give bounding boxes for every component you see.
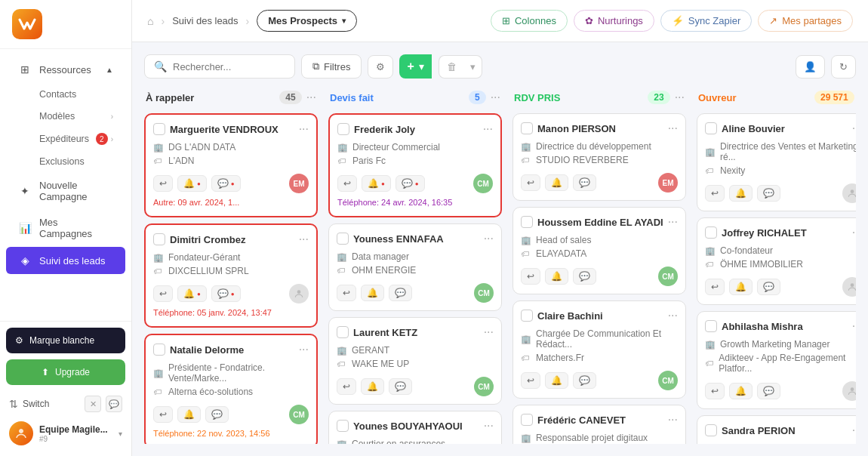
card-menu-button[interactable]: ··· xyxy=(299,343,309,356)
card-action-reply[interactable]: ↩ xyxy=(705,383,725,399)
column-more-button[interactable]: ··· xyxy=(675,91,685,104)
card[interactable]: Frédéric CANEVET···🏢Responsable projet d… xyxy=(512,405,686,444)
card-action-chat[interactable]: 💬 xyxy=(389,285,412,301)
mes-partages-button[interactable]: ↗ Mes partages xyxy=(758,10,853,32)
card-action-bell-active[interactable]: 🔔● xyxy=(177,175,207,192)
user-settings-button[interactable]: 👤 xyxy=(796,55,825,79)
card-action-chat-active[interactable]: 💬● xyxy=(211,285,241,302)
card[interactable]: Dimitri Crombez···🏢Fondateur-Gérant🏷DIXC… xyxy=(144,223,318,328)
sidebar-item-modeles[interactable]: Modèles › xyxy=(6,106,125,127)
card-menu-button[interactable]: ··· xyxy=(299,122,309,136)
card-menu-button[interactable]: ··· xyxy=(484,419,494,433)
card-action-chat-active[interactable]: 💬● xyxy=(211,175,241,192)
home-icon[interactable]: ⌂ xyxy=(147,15,153,27)
filtres-button[interactable]: ⧉ Filtres xyxy=(301,54,362,79)
search-box[interactable]: 🔍 xyxy=(144,54,295,79)
card-menu-button[interactable]: ··· xyxy=(668,309,678,322)
card-action-bell[interactable]: 🔔 xyxy=(545,268,568,285)
card-menu-button[interactable]: ··· xyxy=(483,122,493,136)
card-action-chat[interactable]: 💬 xyxy=(757,383,780,399)
card-action-reply[interactable]: ↩ xyxy=(337,378,356,395)
card-checkbox[interactable] xyxy=(153,344,165,356)
card-action-reply[interactable]: ↩ xyxy=(521,174,540,191)
topbar-breadcrumb[interactable]: Suivi des leads xyxy=(172,15,238,26)
card-action-reply[interactable]: ↩ xyxy=(337,175,357,192)
card[interactable]: Abhilasha Mishra···🏢Growth Marketing Man… xyxy=(697,311,856,409)
card-action-chat[interactable]: 💬 xyxy=(205,406,229,423)
card-action-bell[interactable]: 🔔 xyxy=(545,174,568,191)
column-more-button[interactable]: ··· xyxy=(306,91,316,104)
card-action-chat[interactable]: 💬 xyxy=(573,268,596,285)
card-action-bell[interactable]: 🔔 xyxy=(177,406,201,423)
card-action-reply[interactable]: ↩ xyxy=(153,285,173,302)
card-action-reply[interactable]: ↩ xyxy=(337,285,356,301)
card-action-bell[interactable]: 🔔 xyxy=(545,372,568,389)
user-row[interactable]: Equipe Magile... #9 ▾ xyxy=(6,417,125,450)
card[interactable]: Joffrey RICHALET···🏢Co-fondateur🏷ÖHME IM… xyxy=(697,217,856,305)
card-action-bell-active[interactable]: 🔔● xyxy=(177,285,207,302)
card-checkbox[interactable] xyxy=(705,226,717,239)
add-button[interactable]: + ▾ xyxy=(399,54,431,79)
card[interactable]: Marguerite VENDROUX···🏢DG L'ADN DATA🏷L'A… xyxy=(144,113,318,217)
card-checkbox[interactable] xyxy=(521,122,533,134)
upgrade-button[interactable]: ⬆ Upgrade xyxy=(6,359,125,385)
card-checkbox[interactable] xyxy=(337,233,349,245)
card-action-chat[interactable]: 💬 xyxy=(389,378,412,395)
switch-close-button[interactable]: ✕ xyxy=(85,396,101,412)
card-action-chat[interactable]: 💬 xyxy=(757,185,780,202)
card-action-reply[interactable]: ↩ xyxy=(153,175,173,192)
card-action-bell-active[interactable]: 🔔● xyxy=(362,175,391,192)
card-checkbox[interactable] xyxy=(521,310,533,322)
colonnes-button[interactable]: ⊞ Colonnes xyxy=(491,10,568,32)
card-action-chat[interactable]: 💬 xyxy=(573,372,596,389)
sidebar-item-expediteurs[interactable]: Expéditeurs 2 › xyxy=(6,128,125,150)
card[interactable]: Manon PIERSON···🏢Directrice du développe… xyxy=(512,113,686,201)
sidebar-item-suivi-des-leads[interactable]: ◈ Suivi des leads xyxy=(6,247,125,274)
search-input[interactable] xyxy=(173,61,271,72)
card[interactable]: Younes BOUYAHYAOUI···🏢Courtier en assura… xyxy=(328,411,502,444)
trash-dropdown-button[interactable]: ▾ xyxy=(464,55,482,79)
settings-button[interactable]: ⚙ xyxy=(368,55,393,79)
card-action-bell[interactable]: 🔔 xyxy=(729,185,753,202)
logo-icon[interactable] xyxy=(12,9,42,39)
card[interactable]: Natalie Delorme···🏢Présidente - Fondatri… xyxy=(144,334,318,444)
card-action-reply[interactable]: ↩ xyxy=(705,279,725,295)
card-menu-button[interactable]: ··· xyxy=(852,122,856,135)
column-more-button[interactable]: ··· xyxy=(491,91,500,104)
card-checkbox[interactable] xyxy=(153,123,165,135)
card-action-chat[interactable]: 💬 xyxy=(757,279,780,295)
sidebar-item-ressources[interactable]: ⊞ Ressources ▲ xyxy=(6,56,125,83)
card[interactable]: Frederik Joly···🏢Directeur Commercial🏷Pa… xyxy=(328,113,502,217)
sidebar-item-contacts[interactable]: Contacts xyxy=(6,84,125,105)
card-checkbox[interactable] xyxy=(337,420,349,432)
card-action-reply[interactable]: ↩ xyxy=(521,372,540,389)
card[interactable]: Claire Bachini···🏢Chargée De Communicati… xyxy=(512,300,686,399)
card[interactable]: Houssem Eddine EL AYADI···🏢Head of sales… xyxy=(512,207,686,294)
card-checkbox[interactable] xyxy=(521,414,533,426)
card-menu-button[interactable]: ··· xyxy=(668,122,678,135)
card-menu-button[interactable]: ··· xyxy=(484,325,494,339)
card-menu-button[interactable]: ··· xyxy=(299,233,309,246)
card-menu-button[interactable]: ··· xyxy=(484,232,494,245)
card-checkbox[interactable] xyxy=(337,326,349,338)
card[interactable]: Aline Bouvier···🏢Directrice des Ventes e… xyxy=(697,113,856,211)
sidebar-item-mes-campagnes[interactable]: 📊 Mes Campagnes xyxy=(6,210,125,246)
card-menu-button[interactable]: ··· xyxy=(852,226,856,239)
card-action-chat[interactable]: 💬 xyxy=(573,174,596,191)
marque-blanche-button[interactable]: ⚙ Marque blanche xyxy=(6,328,125,353)
current-view-selector[interactable]: Mes Prospects ▾ xyxy=(257,10,357,32)
card[interactable]: Sandra PERION···🏢Senior Director, Head o… xyxy=(697,415,856,444)
card-checkbox[interactable] xyxy=(705,320,717,332)
card-menu-button[interactable]: ··· xyxy=(668,413,678,427)
card-checkbox[interactable] xyxy=(153,233,165,245)
sidebar-item-nouvelle-campagne[interactable]: ✦ Nouvelle Campagne xyxy=(6,173,125,209)
nurturings-button[interactable]: ✿ Nurturings xyxy=(574,10,654,32)
card-action-reply[interactable]: ↩ xyxy=(153,406,173,423)
card-checkbox[interactable] xyxy=(705,424,717,436)
switch-chat-button[interactable]: 💬 xyxy=(106,396,122,412)
card-checkbox[interactable] xyxy=(705,122,717,134)
sidebar-item-exclusions[interactable]: Exclusions xyxy=(6,151,125,172)
card-action-bell[interactable]: 🔔 xyxy=(361,378,384,395)
refresh-button[interactable]: ↻ xyxy=(831,55,856,79)
card-action-bell[interactable]: 🔔 xyxy=(361,285,384,301)
